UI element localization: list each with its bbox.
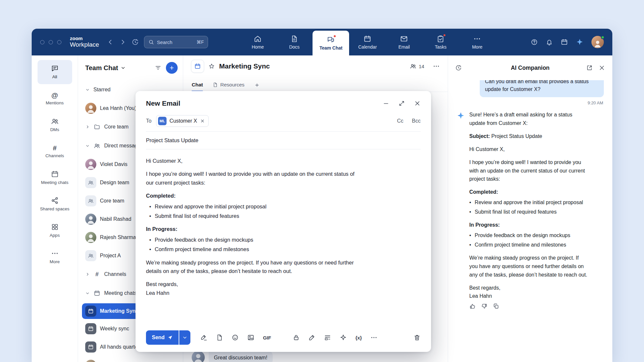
lock-icon[interactable] — [293, 334, 300, 341]
window-minimize-button[interactable] — [49, 40, 53, 44]
search-bar[interactable]: ⌘F — [144, 36, 208, 48]
attach-document-icon[interactable] — [216, 334, 223, 341]
ai-completed-heading: Completed: — [469, 188, 588, 196]
ai-close-icon[interactable] — [599, 65, 605, 71]
chevron-down-icon — [85, 87, 90, 92]
email-toolbar: Send GIF — [146, 330, 421, 345]
avatar — [85, 360, 96, 362]
image-icon[interactable] — [247, 334, 254, 341]
apps-grid-icon — [51, 223, 59, 231]
search-input[interactable] — [157, 39, 194, 45]
remove-recipient-icon[interactable] — [200, 118, 205, 124]
copy-icon[interactable] — [493, 303, 499, 309]
tab-add-icon[interactable] — [254, 83, 260, 92]
email-body-editor[interactable]: Hi Customer X, I hope you’re doing well!… — [136, 149, 431, 297]
star-icon[interactable] — [208, 63, 215, 69]
chat-header: Marketing Sync 14 — [183, 55, 448, 77]
window-controls[interactable] — [40, 40, 61, 44]
tab-chat[interactable]: Chat — [192, 82, 203, 92]
thumbs-down-icon[interactable] — [481, 303, 488, 309]
members-count[interactable]: 14 — [410, 63, 424, 69]
recipient-chip[interactable]: ML Customer X — [156, 115, 209, 127]
nav-docs[interactable]: Docs — [276, 29, 313, 55]
ai-open-external-icon[interactable] — [586, 65, 593, 71]
search-shortcut: ⌘F — [197, 39, 204, 45]
toolbar-more-icon[interactable] — [370, 334, 378, 341]
subject-field[interactable]: Project Status Update — [136, 132, 431, 149]
nav-email[interactable]: Email — [386, 29, 422, 55]
chevron-down-icon — [85, 291, 90, 296]
hash-icon: # — [53, 144, 57, 151]
list-item-lea-rajesh-11[interactable]: Lea/Rajesh 1:1 — [78, 356, 183, 362]
trash-icon[interactable] — [413, 334, 421, 341]
logo-line1: zoom — [70, 36, 99, 41]
bcc-button[interactable]: Bcc — [412, 118, 421, 124]
ai-closing: We’re making steady progress on the proj… — [469, 254, 588, 279]
rail-item-meeting-chats[interactable]: Meeting chats — [38, 166, 72, 190]
ai-signature: Lea Hahn — [469, 293, 492, 299]
notifications-bell-icon[interactable] — [546, 38, 553, 46]
ai-companion-topbar-icon[interactable] — [576, 38, 584, 46]
ai-conversation[interactable]: Can you draft an email that provides a s… — [448, 80, 612, 362]
list-item: Confirm project timeline and milestones — [469, 241, 588, 249]
send-button[interactable]: Send — [146, 330, 179, 345]
team-chat-title-dropdown[interactable]: Team Chat — [85, 64, 126, 72]
chat-bubble-icon — [51, 65, 59, 72]
section-label: Channels — [104, 271, 126, 277]
rail-item-channels[interactable]: # Channels — [38, 139, 72, 163]
minimize-icon[interactable] — [383, 100, 389, 107]
chat-message[interactable]: Great discussion team! — [192, 351, 273, 362]
modal-header: New Email — [136, 91, 431, 113]
rail-item-all[interactable]: All — [38, 60, 72, 84]
people-icon — [51, 117, 59, 125]
nav-more[interactable]: More — [459, 29, 495, 55]
calendar-tray-icon[interactable] — [561, 38, 568, 46]
forward-icon[interactable] — [119, 38, 126, 46]
filter-icon[interactable] — [155, 65, 161, 71]
new-chat-button[interactable] — [166, 62, 178, 74]
chat-title: Marketing Sync — [219, 62, 270, 70]
gif-icon[interactable]: GIF — [263, 335, 271, 340]
chat-more-icon[interactable] — [433, 63, 440, 70]
ai-subject-label: Subject: — [469, 133, 490, 139]
meeting-chat-badge-icon[interactable] — [191, 60, 204, 73]
expand-icon[interactable] — [398, 100, 405, 107]
emoji-icon[interactable] — [232, 334, 239, 341]
user-avatar[interactable] — [591, 36, 604, 48]
rail-label: All — [52, 74, 57, 80]
code-variables-icon[interactable]: {x} — [355, 335, 362, 340]
nav-calendar[interactable]: Calendar — [349, 29, 386, 55]
nav-team-chat[interactable]: Team Chat — [313, 31, 349, 55]
nav-tasks[interactable]: Tasks — [422, 29, 459, 55]
email-greeting: Hi Customer X, — [146, 157, 358, 165]
ai-completed-list: Review and approve the initial project p… — [469, 198, 588, 216]
ai-history-icon[interactable] — [455, 65, 462, 71]
edit-pencil-icon[interactable] — [308, 334, 315, 341]
tab-resources[interactable]: Resources — [213, 82, 244, 92]
thumbs-up-icon[interactable] — [469, 303, 476, 309]
history-icon[interactable] — [132, 38, 139, 46]
template-layout-icon[interactable] — [324, 334, 331, 341]
group-avatar — [85, 195, 96, 206]
more-icon — [473, 35, 481, 43]
close-icon[interactable] — [414, 100, 421, 107]
chat-list-header: Team Chat — [78, 55, 183, 80]
window-zoom-button[interactable] — [57, 40, 61, 44]
back-icon[interactable] — [107, 38, 114, 46]
rail-item-apps[interactable]: Apps — [38, 219, 72, 243]
nav-home[interactable]: Home — [239, 29, 276, 55]
rail-item-dms[interactable]: DMs — [38, 113, 72, 137]
help-icon[interactable] — [531, 38, 538, 46]
rail-item-more[interactable]: More — [38, 245, 72, 269]
to-field[interactable]: To ML Customer X Cc Bcc — [136, 113, 431, 131]
ai-feedback-bar — [469, 303, 588, 309]
signature-icon[interactable] — [200, 334, 207, 341]
ai-compose-sparkle-icon[interactable] — [340, 334, 347, 341]
rail-item-mentions[interactable]: @ Mentions — [38, 86, 72, 111]
window-close-button[interactable] — [40, 40, 44, 44]
group-avatar — [85, 250, 96, 261]
cc-button[interactable]: Cc — [397, 118, 404, 124]
send-options-dropdown[interactable] — [179, 330, 190, 345]
rail-item-shared-spaces[interactable]: Shared spaces — [38, 192, 72, 216]
list-item-label: Weekly sync — [100, 326, 129, 332]
